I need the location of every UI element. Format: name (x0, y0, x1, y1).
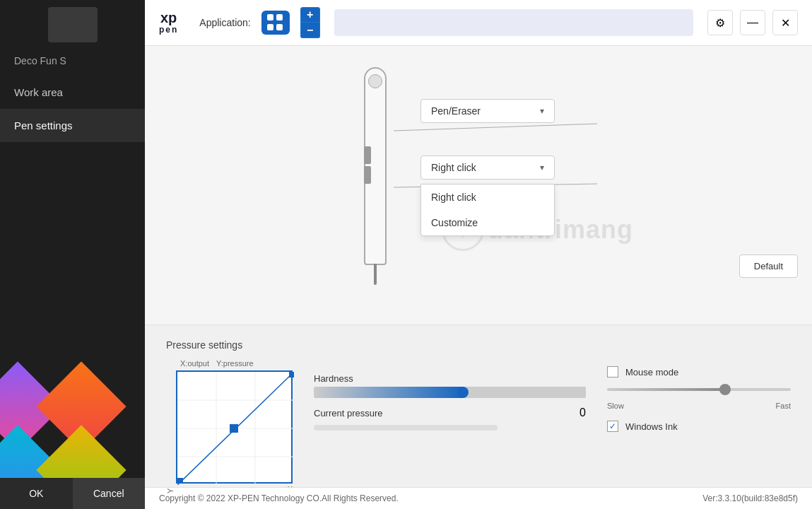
header: xp pen Application: + − ⚙ (145, 0, 812, 46)
cancel-button[interactable]: Cancel (73, 478, 146, 509)
device-thumbnail (48, 7, 98, 42)
ok-button[interactable]: OK (0, 478, 73, 509)
pen-eraser-arrow-icon: ▾ (540, 106, 544, 116)
pen-eraser-select[interactable]: Pen/Eraser ▾ (420, 99, 555, 123)
speed-slider[interactable] (607, 388, 791, 391)
hardness-row: Hardness (314, 373, 586, 398)
version-text: Ver:3.3.10(build:83e8d5f) (702, 493, 798, 503)
pen-btn-2 (364, 166, 371, 184)
pen-eraser-value: Pen/Eraser (431, 105, 481, 117)
current-pressure-value: 0 (579, 406, 586, 419)
pen-buttons (364, 146, 371, 184)
sidebar-actions: OK Cancel (0, 478, 145, 509)
right-click-value: Right click (431, 162, 476, 173)
svg-rect-10 (289, 372, 294, 378)
windows-ink-checkbox[interactable] (607, 421, 618, 432)
sidebar-item-pen-settings[interactable]: Pen settings (0, 109, 145, 142)
mouse-mode-label: Mouse mode (625, 367, 678, 378)
minimize-icon: — (747, 16, 758, 29)
menu-item-customize[interactable]: Customize (421, 210, 554, 235)
menu-item-right-click[interactable]: Right click (421, 185, 554, 210)
app-add-remove: + − (300, 7, 320, 38)
speed-labels: Slow Fast (607, 402, 791, 410)
pressure-graph-container: X:output Y:pressure Y (166, 359, 293, 493)
pen-eraser-dropdown[interactable]: Pen/Eraser ▾ (420, 99, 555, 123)
current-pressure-bar (314, 425, 498, 431)
pressure-controls: Hardness Current pressure 0 (314, 373, 586, 493)
close-button[interactable]: ✕ (772, 10, 798, 35)
right-click-select[interactable]: Right click ▾ (420, 156, 555, 180)
svg-rect-9 (177, 478, 183, 484)
pen-body (364, 67, 387, 265)
pressure-graph[interactable] (176, 370, 293, 484)
header-actions: ⚙ — ✕ (707, 10, 798, 35)
y-axis-label: Y (166, 370, 175, 493)
right-click-arrow-icon: ▾ (540, 163, 544, 172)
pen-area: Pen/Eraser ▾ Right click ▾ Right click (145, 46, 812, 324)
pen-btn-1 (364, 146, 371, 164)
pen-tip (374, 264, 377, 285)
pressure-body: X:output Y:pressure Y (166, 359, 791, 493)
sidebar-nav: Work area Pen settings (0, 76, 145, 142)
xppen-logo: xp pen (159, 11, 178, 35)
x-output-label: X:output (180, 359, 209, 368)
minimize-button[interactable]: — (740, 10, 765, 35)
remove-app-button[interactable]: − (300, 23, 320, 38)
main-body: Pen/Eraser ▾ Right click ▾ Right click (145, 46, 812, 509)
logo-pen-text: pen (159, 25, 178, 35)
settings-icon: ⚙ (715, 16, 725, 30)
speed-slow-label: Slow (607, 402, 624, 410)
right-click-menu: Right click Customize (420, 184, 555, 236)
app-dots-icon (267, 14, 284, 31)
mouse-mode-checkbox[interactable] (607, 366, 618, 378)
hardness-slider[interactable] (314, 387, 586, 398)
current-pressure-row: Current pressure 0 (314, 406, 586, 431)
add-app-button[interactable]: + (300, 7, 320, 23)
pressure-title: Pressure settings (166, 339, 791, 351)
sidebar: Deco Fun S Work area Pen settings OK Can… (0, 0, 145, 509)
y-pressure-label: Y:pressure (216, 359, 254, 368)
app-selector-bar[interactable] (334, 9, 693, 36)
footer: Copyright © 2022 XP-PEN Technology CO.Al… (145, 487, 812, 509)
hardness-label: Hardness (314, 373, 586, 384)
pen-illustration (364, 67, 387, 265)
app-label: Application: (199, 17, 250, 28)
speed-fast-label: Fast (776, 402, 791, 410)
current-pressure-label-row: Current pressure 0 (314, 406, 586, 419)
right-click-dropdown[interactable]: Right click ▾ (420, 156, 555, 180)
copyright-text: Copyright © 2022 XP-PEN Technology CO.Al… (159, 493, 399, 503)
graph-wrapper: Y (166, 370, 293, 493)
mouse-mode-row: Mouse mode (607, 366, 791, 378)
graph-and-x: X (176, 370, 293, 493)
sidebar-logo-area (0, 0, 145, 49)
pressure-curve-svg (177, 372, 294, 485)
settings-button[interactable]: ⚙ (707, 10, 733, 35)
default-button[interactable]: Default (739, 255, 798, 278)
sidebar-item-work-area[interactable]: Work area (0, 76, 145, 109)
main-content: xp pen Application: + − ⚙ (145, 0, 812, 509)
windows-ink-row: Windows Ink (607, 421, 791, 432)
right-controls: Mouse mode Slow Fast Windows Ink (607, 366, 791, 493)
close-icon: ✕ (781, 16, 790, 30)
sidebar-item-device: Deco Fun S (0, 49, 145, 72)
svg-rect-8 (230, 424, 238, 433)
pressure-section: Pressure settings X:output Y:pressure Y (145, 324, 812, 487)
app-container: Deco Fun S Work area Pen settings OK Can… (0, 0, 812, 509)
pen-top (368, 74, 382, 88)
logo-xp-text: xp (160, 11, 177, 25)
current-pressure-label: Current pressure (314, 408, 383, 419)
speed-slider-row (607, 388, 791, 391)
app-selector[interactable] (261, 11, 290, 35)
graph-labels: X:output Y:pressure (180, 359, 293, 368)
svg-line-0 (394, 124, 597, 131)
windows-ink-label: Windows Ink (625, 421, 678, 432)
